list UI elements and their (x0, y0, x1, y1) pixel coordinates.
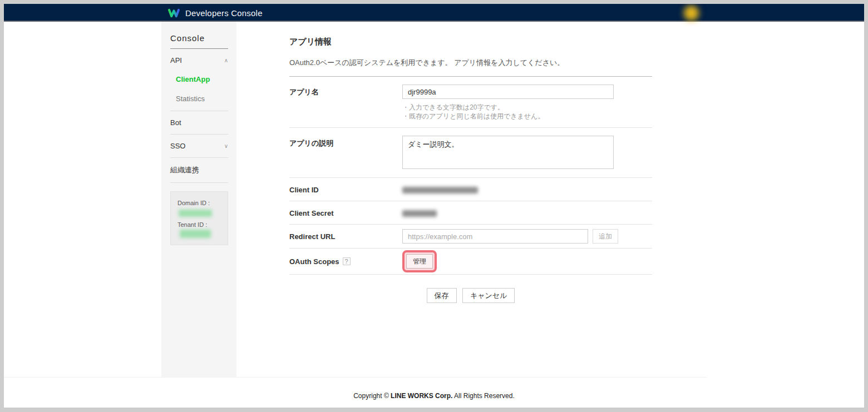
copyright-prefix: Copyright © (353, 392, 391, 400)
tenant-info-box: Domain ID : Tenant ID : (170, 191, 228, 245)
sidebar-item-sso-label: SSO (170, 142, 185, 150)
sidebar-item-statistics[interactable]: Statistics (170, 91, 228, 106)
app-name-notes: ・入力できる文字数は20字です。 ・既存のアプリと同じ名前は使用できません。 (402, 103, 614, 121)
app-description-row: アプリの説明 ダミー説明文。 (289, 128, 652, 178)
sidebar-item-org-link-label: 組織連携 (170, 165, 199, 175)
company-name: LINE WORKS Corp. (391, 392, 452, 400)
form-actions: 保存 キャンセル (289, 275, 652, 303)
client-id-row: Client ID (289, 178, 652, 201)
sidebar-item-api-label: API (170, 56, 182, 64)
main-content: アプリ情報 OAuth2.0ベースの認可システムを利用できます。 アプリ情報を入… (236, 22, 707, 377)
client-id-value-redacted (402, 187, 478, 193)
sidebar-item-org-link[interactable]: 組織連携 (170, 158, 228, 182)
app-name-row: アプリ名 ・入力できる文字数は20字です。 ・既存のアプリと同じ名前は使用できま… (289, 77, 652, 128)
tenant-id-label: Tenant ID : (177, 221, 207, 228)
oauth-scopes-row: OAuth Scopes ? 管理 (289, 249, 652, 275)
page: Developers Console Console API ∧ ClientA… (4, 4, 864, 408)
save-button[interactable]: 保存 (427, 288, 457, 303)
sidebar-divider (170, 182, 228, 183)
redirect-url-input[interactable] (402, 229, 588, 244)
client-secret-label: Client Secret (289, 209, 402, 216)
manage-scopes-button[interactable]: 管理 (406, 254, 433, 269)
sidebar: Console API ∧ ClientApp Statistics Bot S… (161, 22, 236, 377)
domain-id-label: Domain ID : (177, 200, 210, 206)
app-description-input[interactable]: ダミー説明文。 (402, 136, 614, 169)
chevron-up-icon: ∧ (224, 57, 228, 63)
oauth-scopes-label-wrap: OAuth Scopes ? (289, 257, 402, 266)
domain-id-value-redacted (179, 210, 212, 217)
sidebar-item-bot-label: Bot (170, 118, 181, 127)
click-highlight-annotation: 管理 (402, 250, 437, 272)
redirect-url-label: Redirect URL (289, 232, 402, 241)
sidebar-title: Console (170, 33, 228, 49)
sidebar-item-clientapp[interactable]: ClientApp (170, 72, 228, 87)
content-area: Console API ∧ ClientApp Statistics Bot S… (4, 22, 707, 378)
redirect-url-row: Redirect URL 追加 (289, 225, 652, 249)
sidebar-item-api[interactable]: API ∧ (170, 49, 228, 72)
tenant-id-value-redacted (180, 230, 211, 238)
client-secret-row: Client Secret (289, 201, 652, 225)
oauth-scopes-label: OAuth Scopes (289, 257, 339, 266)
app-description-label: アプリの説明 (289, 136, 402, 171)
client-secret-value-redacted (402, 210, 437, 217)
app-name-label: アプリ名 (289, 85, 402, 121)
app-name-input[interactable] (402, 85, 614, 99)
client-id-label: Client ID (289, 186, 402, 193)
user-avatar[interactable] (684, 6, 699, 21)
chevron-down-icon: ∨ (224, 143, 228, 149)
cancel-button[interactable]: キャンセル (462, 288, 515, 303)
sidebar-item-bot[interactable]: Bot (170, 111, 228, 134)
sidebar-item-sso[interactable]: SSO ∨ (170, 135, 228, 157)
lineworks-w-logo-icon (167, 8, 180, 18)
app-name-note-2: ・既存のアプリと同じ名前は使用できません。 (402, 112, 614, 121)
copyright-suffix: All Rights Reserved. (452, 392, 514, 400)
app-title: Developers Console (185, 8, 263, 18)
app-header: Developers Console (4, 4, 864, 22)
help-icon[interactable]: ? (343, 257, 351, 265)
page-title: アプリ情報 (289, 37, 652, 47)
page-description: OAuth2.0ベースの認可システムを利用できます。 アプリ情報を入力してくださ… (289, 58, 652, 68)
brand: Developers Console (167, 4, 263, 22)
add-redirect-url-button[interactable]: 追加 (593, 229, 618, 244)
left-gutter (4, 22, 161, 377)
footer: Copyright © LINE WORKS Corp. All Rights … (4, 392, 864, 400)
app-name-note-1: ・入力できる文字数は20字です。 (402, 103, 614, 112)
